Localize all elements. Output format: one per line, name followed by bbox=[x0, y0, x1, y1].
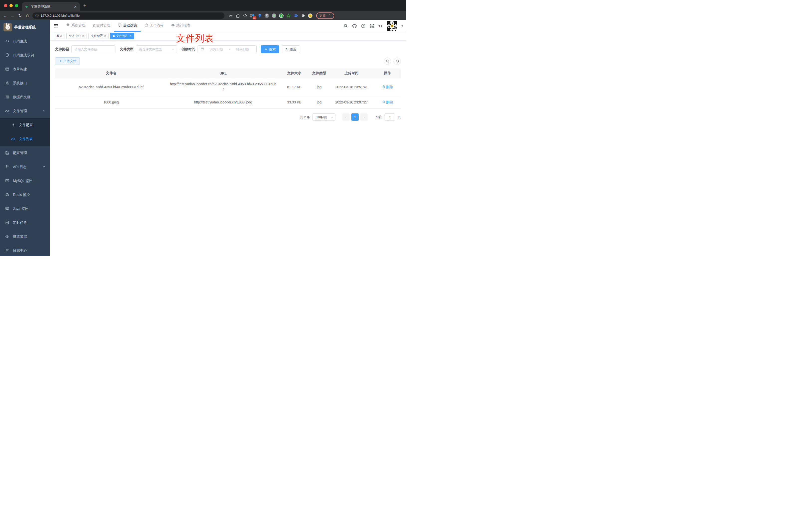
table-header-row: 文件名 URL 文件大小 文件类型 上传时间 操作 bbox=[55, 68, 401, 78]
address-bar[interactable]: ⓘ 127.0.0.1:1024/infra/file/file bbox=[32, 12, 225, 19]
cell-upload-time: 2022-03-16 23:07:27 bbox=[329, 99, 374, 105]
show-search-toggle-button[interactable] bbox=[384, 58, 391, 65]
avatar-qr-image[interactable] bbox=[387, 21, 397, 31]
extension-grey-dot-icon[interactable] bbox=[272, 13, 276, 18]
delete-button[interactable]: 删除 bbox=[382, 84, 393, 90]
chevron-down-icon: ⌄ bbox=[172, 48, 174, 51]
tag-profile[interactable]: 个人中心 ✕ bbox=[66, 33, 87, 39]
collapse-sidebar-icon[interactable] bbox=[50, 24, 60, 28]
nav-payment-management[interactable]: ¥ 支付管理 bbox=[89, 20, 114, 32]
share-icon[interactable] bbox=[236, 13, 240, 18]
form-table-icon bbox=[5, 67, 9, 72]
refresh-table-button[interactable] bbox=[394, 58, 401, 65]
close-window-button[interactable] bbox=[4, 4, 7, 7]
sidebar-item-log-center[interactable]: 日志中心 bbox=[0, 244, 50, 256]
sidebar-item-mysql-monitor[interactable]: MySQL 监控 bbox=[0, 174, 50, 188]
file-path-input[interactable] bbox=[74, 48, 113, 51]
github-icon[interactable] bbox=[352, 24, 357, 28]
sidebar-item-system-api[interactable]: 系统接口 bbox=[0, 76, 50, 90]
toolbar-right: 11 ⌘ y 更新 bbox=[228, 12, 334, 19]
plus-icon: ＋ bbox=[59, 59, 62, 63]
chevron-up-icon bbox=[42, 109, 46, 113]
password-key-icon[interactable] bbox=[228, 13, 233, 18]
browser-tab[interactable]: 芋道管理系统 ✕ bbox=[22, 2, 80, 11]
nav-infrastructure[interactable]: 基础设施 bbox=[114, 20, 141, 32]
date-range-picker[interactable]: 开始日期 - 结束日期 bbox=[198, 46, 257, 53]
nav-system-management[interactable]: 系统管理 bbox=[62, 20, 89, 32]
goto-page-input[interactable] bbox=[384, 113, 395, 121]
forward-icon[interactable]: → bbox=[10, 13, 15, 18]
file-type-select[interactable]: 请选择文件类型 ⌄ bbox=[136, 46, 177, 53]
calendar-icon bbox=[201, 47, 204, 51]
extension-eye-icon[interactable] bbox=[293, 13, 298, 18]
extension-gem-icon[interactable] bbox=[257, 13, 262, 18]
extensions-puzzle-icon[interactable] bbox=[301, 13, 305, 18]
delete-button[interactable]: 删除 bbox=[382, 99, 393, 105]
extension-dashlane-icon[interactable]: 11 bbox=[250, 13, 255, 18]
browser-menu-icon[interactable]: ⋮ bbox=[328, 14, 331, 18]
home-icon[interactable]: ⌂ bbox=[25, 13, 30, 18]
chevron-down-icon: ⌄ bbox=[331, 115, 333, 119]
sidebar-item-api-log[interactable]: API 日志 bbox=[0, 160, 50, 174]
shield-check-icon bbox=[5, 53, 9, 58]
site-info-icon[interactable]: ⓘ bbox=[35, 13, 39, 18]
extension-emoji-icon[interactable] bbox=[308, 13, 313, 18]
browser-update-button[interactable]: 更新 ⋮ bbox=[316, 12, 334, 19]
back-icon[interactable]: ← bbox=[2, 13, 7, 18]
nav-label: 支付管理 bbox=[96, 23, 110, 28]
logo-row[interactable]: 芋道管理系统 bbox=[0, 20, 50, 34]
cell-file-name: a294ecb2-73dd-4353-bf40-296b8931d0bf bbox=[55, 84, 167, 90]
fullscreen-icon[interactable] bbox=[370, 24, 374, 28]
tag-file-config[interactable]: 文件配置 ✕ bbox=[88, 33, 109, 39]
tag-file-list[interactable]: 文件列表 ✕ bbox=[110, 33, 134, 39]
favicon-grass-icon bbox=[25, 4, 29, 9]
tags-bar: 首页 个人中心 ✕ 文件配置 ✕ 文件列表 ✕ bbox=[50, 32, 406, 41]
sidebar-item-config-management[interactable]: 配置管理 bbox=[0, 146, 50, 160]
sidebar-item-code-example[interactable]: 代码生成示例 bbox=[0, 48, 50, 62]
tag-label: 首页 bbox=[56, 34, 62, 38]
reload-icon[interactable]: ↻ bbox=[18, 13, 23, 18]
extension-y-icon[interactable]: y bbox=[279, 13, 284, 18]
tag-label: 文件配置 bbox=[91, 34, 103, 38]
svg-text:?: ? bbox=[363, 24, 364, 27]
next-page-button[interactable]: › bbox=[360, 113, 368, 121]
extension-star-icon[interactable] bbox=[286, 13, 291, 18]
task-clock-icon bbox=[5, 220, 9, 225]
bookmark-star-icon[interactable] bbox=[243, 13, 248, 18]
sidebar-item-file-management[interactable]: 文件管理 bbox=[0, 104, 50, 118]
font-size-icon[interactable]: ᴛT bbox=[378, 24, 382, 28]
sidebar-item-scheduled-tasks[interactable]: 定时任务 bbox=[0, 216, 50, 230]
prev-page-button[interactable]: ‹ bbox=[342, 113, 350, 121]
help-icon[interactable]: ? bbox=[361, 24, 366, 28]
extension-command-icon[interactable]: ⌘ bbox=[265, 13, 269, 18]
maximize-window-button[interactable] bbox=[15, 4, 18, 7]
sidebar-item-file-list[interactable]: 文件列表 bbox=[0, 132, 50, 146]
search-icon[interactable] bbox=[344, 24, 348, 28]
sidebar-item-form-builder[interactable]: 表单构建 bbox=[0, 62, 50, 76]
reset-button[interactable]: ↻ 重置 bbox=[282, 46, 300, 53]
edit-square-icon bbox=[5, 151, 9, 155]
current-page-button[interactable]: 1 bbox=[351, 113, 358, 121]
sidebar-item-db-doc[interactable]: 数据库文档 bbox=[0, 90, 50, 104]
avatar-dropdown-caret-icon[interactable]: ▾ bbox=[402, 24, 403, 28]
upload-file-button[interactable]: ＋ 上传文件 bbox=[55, 57, 80, 65]
search-button[interactable]: 搜索 bbox=[261, 46, 279, 53]
tag-close-icon[interactable]: ✕ bbox=[129, 34, 132, 38]
sidebar-item-code-generation[interactable]: 代码生成 bbox=[0, 34, 50, 48]
sidebar-item-tracing[interactable]: 链路追踪 bbox=[0, 230, 50, 244]
table-toolbar: ＋ 上传文件 bbox=[55, 57, 401, 65]
tag-home[interactable]: 首页 bbox=[54, 33, 65, 39]
sidebar-item-redis-monitor[interactable]: Redis 监控 bbox=[0, 188, 50, 202]
new-tab-button[interactable]: + bbox=[83, 3, 86, 8]
page-size-select[interactable]: 10条/页 ⌄ bbox=[313, 113, 336, 121]
tab-close-icon[interactable]: ✕ bbox=[74, 5, 77, 9]
tag-close-icon[interactable]: ✕ bbox=[104, 34, 106, 38]
sidebar-item-file-config[interactable]: 文件配置 bbox=[0, 118, 50, 132]
nav-statistics-report[interactable]: 统计报表 bbox=[167, 20, 194, 32]
minimize-window-button[interactable] bbox=[9, 4, 13, 7]
tag-close-icon[interactable]: ✕ bbox=[82, 34, 84, 38]
file-path-label: 文件路径 bbox=[55, 47, 69, 52]
sidebar-item-java-monitor[interactable]: Java 监控 bbox=[0, 202, 50, 216]
nav-workflow[interactable]: 工作流程 bbox=[141, 20, 167, 32]
sidebar-item-label: 配置管理 bbox=[13, 151, 27, 155]
